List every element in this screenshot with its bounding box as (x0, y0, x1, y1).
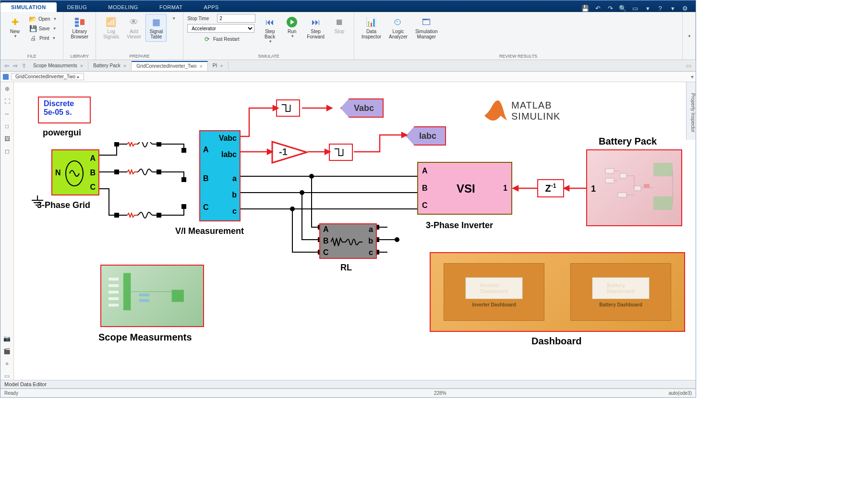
block-rl[interactable]: A B C a b c (319, 223, 377, 259)
sim-mode-select[interactable]: Accelerator (187, 24, 254, 33)
signal-table-button[interactable]: ▦Signal Table (145, 14, 167, 42)
save-button[interactable]: 💾Save▼ (26, 24, 59, 33)
canvas[interactable]: Discrete 5e-05 s. powergui N A B C 3-Pha… (14, 82, 696, 380)
window-icon[interactable]: ▭ (631, 4, 639, 12)
block-dashboard[interactable]: InverterDashboard Inverter Dashboard Bat… (430, 252, 685, 332)
pan-icon[interactable]: ↔ (3, 110, 11, 118)
undo-icon[interactable]: ↶ (594, 4, 602, 12)
statusbar: Ready 228% auto(ode3) (0, 389, 696, 397)
save-icon[interactable]: 💾 (581, 4, 589, 12)
chevron-down-icon[interactable]: ▾ (669, 4, 676, 12)
ribbon-group-review: 📊Data Inspector ⏲Logic Analyzer 🗔Simulat… (354, 12, 683, 60)
close-icon[interactable]: × (199, 63, 202, 69)
tab-debug[interactable]: DEBUG (57, 2, 98, 12)
area-icon[interactable]: ◻ (3, 147, 11, 155)
add-viewer-button: 👁Add Viewer (123, 14, 145, 42)
record-icon[interactable]: 🎬 (3, 347, 11, 355)
svg-rect-19 (157, 213, 161, 217)
block-rate2[interactable] (329, 144, 353, 161)
zoom-icon[interactable]: ⊕ (3, 85, 11, 93)
gear-icon[interactable]: ⚙ (681, 4, 689, 12)
model-data-editor-panel[interactable]: Model Data Editor (0, 380, 696, 389)
stop-button: ⏹Stop (329, 14, 350, 37)
group-title-prepare: PREPARE (100, 53, 179, 59)
doctab-pi[interactable]: PI× (208, 61, 229, 70)
screenshot-icon[interactable]: 📷 (3, 335, 11, 342)
prepare-more-button[interactable]: ▼ (168, 14, 179, 23)
nav-fwd-button[interactable]: ⇨ (11, 61, 20, 70)
expand-icon[interactable]: » (3, 360, 11, 367)
image-icon[interactable]: 🖼 (3, 135, 11, 143)
data-inspector-button[interactable]: 📊Data Inspector (358, 14, 385, 42)
manager-icon: 🗔 (421, 16, 432, 28)
logic-icon: ⏲ (392, 16, 404, 28)
ribbon-collapse[interactable]: ▼ (683, 12, 696, 60)
block-powergui[interactable]: Discrete 5e-05 s. (38, 97, 91, 123)
chart-icon: 📊 (365, 16, 377, 28)
tag-iabc[interactable]: Iabc (406, 126, 446, 146)
model-icon[interactable] (2, 73, 9, 80)
redo-icon[interactable]: ↷ (606, 4, 614, 12)
svg-rect-3 (80, 19, 84, 25)
block-gain[interactable]: -1 (271, 141, 308, 164)
logic-analyzer-button[interactable]: ⏲Logic Analyzer (386, 14, 411, 42)
palette: ⊕ ⛶ ↔ □ 🖼 ◻ 📷 🎬 » ▭ (0, 82, 14, 380)
print-button[interactable]: 🖨Print▼ (26, 33, 59, 43)
block-scope[interactable] (100, 265, 204, 327)
chevron-down-icon[interactable]: ▾ (691, 73, 694, 80)
doctab-battery[interactable]: Battery Pack× (88, 61, 132, 70)
chevron-down-icon[interactable]: ▾ (644, 4, 651, 12)
doctab-grid-inverter[interactable]: GridConnectedInverter_Two× (132, 61, 208, 71)
open-button[interactable]: 📂Open▼ (26, 14, 59, 24)
print-icon: 🖨 (30, 34, 37, 42)
library-browser-button[interactable]: Library Browser (67, 14, 92, 42)
stoptime-input[interactable] (217, 14, 255, 23)
block-rate1[interactable] (276, 99, 300, 117)
svg-rect-43 (620, 173, 627, 178)
panel-icon[interactable]: ▭ (3, 372, 11, 380)
svg-point-30 (395, 238, 399, 242)
ribbon-group-prepare: 📶Log Signals 👁Add Viewer ▦Signal Table ▼… (96, 12, 183, 60)
close-icon[interactable]: × (123, 63, 126, 69)
svg-marker-21 (272, 142, 307, 163)
wifi-icon: 📶 (105, 16, 117, 28)
block-battery[interactable]: 1 (586, 149, 682, 226)
run-button[interactable]: Run▼ (281, 14, 302, 41)
svg-rect-46 (644, 184, 650, 188)
simulation-manager-button[interactable]: 🗔Simulation Manager (412, 14, 441, 42)
label-powergui: powergui (43, 128, 81, 138)
step-back-button[interactable]: ⏮Step Back▼ (259, 14, 280, 46)
block-vi[interactable]: A B C Vabc Iabc a b c (199, 130, 241, 221)
breadcrumb[interactable]: GridConnectedInverter_Two▸ (11, 73, 84, 80)
tab-apps[interactable]: APPS (193, 2, 229, 12)
step-forward-button[interactable]: ⏭Step Forward (303, 14, 328, 42)
search-icon[interactable]: 🔍 (619, 4, 627, 12)
close-icon[interactable]: × (80, 63, 83, 69)
label-scope: Scope Measurments (98, 332, 192, 343)
dashboard-inverter[interactable]: InverterDashboard Inverter Dashboard (444, 263, 544, 321)
fast-restart-button[interactable]: ⟳Fast Restart (187, 34, 255, 44)
help-icon[interactable]: ? (656, 4, 664, 12)
new-button[interactable]: ✚ New▼ (4, 14, 25, 41)
dashboard-battery[interactable]: BatteryDashboard Battery Dashboard (570, 263, 671, 321)
tab-modeling[interactable]: MODELING (97, 2, 149, 12)
tab-simulation[interactable]: SIMULATION (0, 2, 57, 12)
nav-up-button[interactable]: ⇧ (20, 61, 28, 70)
block-grid[interactable]: N A B C (51, 149, 99, 195)
nav-back-button[interactable]: ⇦ (2, 61, 11, 70)
tag-vabc[interactable]: Vabc (340, 98, 384, 118)
restart-icon: ⟳ (204, 35, 211, 43)
doctab-scope[interactable]: Scope Measurments× (28, 61, 88, 70)
status-zoom: 228% (434, 390, 446, 396)
svg-rect-13 (157, 142, 161, 146)
fit-icon[interactable]: ⛶ (3, 97, 11, 105)
property-inspector-tab[interactable]: Property Inspector (686, 82, 696, 140)
block-vsi[interactable]: A B C VSI 1 (417, 162, 512, 215)
tab-format[interactable]: FORMAT (149, 2, 193, 12)
maximize-icon[interactable]: ▭ (686, 62, 693, 69)
breadcrumb-bar: GridConnectedInverter_Two▸ ▾ (0, 72, 696, 82)
close-icon[interactable]: × (220, 63, 223, 69)
svg-rect-54 (139, 293, 149, 296)
annotation-icon[interactable]: □ (3, 122, 11, 130)
doctabs: ⇦ ⇨ ⇧ Scope Measurments× Battery Pack× G… (0, 60, 696, 72)
